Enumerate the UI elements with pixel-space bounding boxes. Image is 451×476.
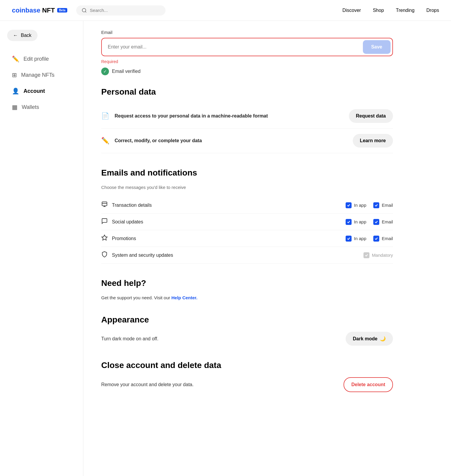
search-bar[interactable] xyxy=(76,5,166,15)
personal-data-section: Personal data 📄 Request access to your p… xyxy=(101,87,393,153)
sidebar: ← Back ✏️ Edit profile ⊞ Manage NFTs 👤 A… xyxy=(0,21,83,476)
edit-profile-icon: ✏️ xyxy=(12,55,19,62)
back-button[interactable]: ← Back xyxy=(7,30,38,41)
request-data-button[interactable]: Request data xyxy=(349,109,393,123)
learn-more-left: ✏️ Correct, modify, or complete your dat… xyxy=(101,137,202,145)
manage-nfts-icon: ⊞ xyxy=(12,71,17,79)
learn-more-button[interactable]: Learn more xyxy=(353,134,393,148)
social-label: Social updates xyxy=(112,219,143,225)
delete-desc: Remove your account and delete your data… xyxy=(101,382,193,387)
request-data-row: 📄 Request access to your personal data i… xyxy=(101,104,393,129)
promotions-inapp-checkbox[interactable] xyxy=(346,236,352,242)
svg-marker-6 xyxy=(102,235,107,240)
social-email-checkbox[interactable] xyxy=(373,219,379,225)
notifications-subtitle: Choose the messages you'd like to receiv… xyxy=(101,185,393,190)
delete-section: Close account and delete data Remove you… xyxy=(101,361,393,392)
logo-coinbase: coinbase xyxy=(12,7,40,14)
back-arrow-icon: ← xyxy=(13,33,18,38)
search-input[interactable] xyxy=(90,8,160,13)
required-text: Required xyxy=(101,59,393,64)
dark-mode-label: Dark mode xyxy=(353,336,377,342)
navbar: coinbase NFT Beta Discover Shop Trending… xyxy=(0,0,451,21)
social-icon xyxy=(101,218,108,226)
beta-badge: Beta xyxy=(57,8,67,12)
promotions-inapp-group[interactable]: In app xyxy=(346,236,366,242)
transaction-inapp-checkbox[interactable] xyxy=(346,202,352,208)
inapp-label: In app xyxy=(354,236,366,241)
sidebar-item-label: Wallets xyxy=(22,104,39,110)
request-data-left: 📄 Request access to your personal data i… xyxy=(101,112,268,120)
dark-mode-button[interactable]: Dark mode 🌙 xyxy=(346,332,393,346)
help-section: Need help? Get the support you need. Vis… xyxy=(101,278,393,300)
nav-shop[interactable]: Shop xyxy=(373,8,384,13)
promotions-email-group[interactable]: Email xyxy=(373,236,393,242)
notif-row-social: Social updates In app Email xyxy=(101,214,393,230)
promotions-email-checkbox[interactable] xyxy=(373,236,379,242)
email-label: Email xyxy=(382,236,393,241)
sidebar-item-wallets[interactable]: ▦ Wallets xyxy=(7,100,76,114)
notif-row-transaction: Transaction details In app Email xyxy=(101,197,393,214)
promotions-icon xyxy=(101,234,108,242)
edit-data-icon: ✏️ xyxy=(101,137,109,145)
sidebar-nav: ✏️ Edit profile ⊞ Manage NFTs 👤 Account … xyxy=(7,52,76,114)
mandatory-label: Mandatory xyxy=(372,253,393,258)
transaction-label: Transaction details xyxy=(112,203,152,208)
notifications-section: Emails and notifications Choose the mess… xyxy=(101,168,393,264)
transaction-email-group[interactable]: Email xyxy=(373,202,393,208)
sidebar-item-edit-profile[interactable]: ✏️ Edit profile xyxy=(7,52,76,66)
nav-drops[interactable]: Drops xyxy=(426,8,439,13)
security-label: System and security updates xyxy=(112,253,173,258)
transaction-icon xyxy=(101,201,108,209)
svg-point-0 xyxy=(82,8,86,12)
promotions-label: Promotions xyxy=(112,236,136,241)
nav-trending[interactable]: Trending xyxy=(396,8,415,13)
security-mandatory-checkbox xyxy=(363,252,369,258)
document-icon: 📄 xyxy=(101,112,109,120)
sidebar-item-account[interactable]: 👤 Account xyxy=(7,84,76,98)
security-icon xyxy=(101,251,108,259)
delete-account-button[interactable]: Delete account xyxy=(344,377,393,392)
personal-data-title: Personal data xyxy=(101,87,393,97)
email-input[interactable] xyxy=(102,39,363,55)
logo: coinbase NFT Beta xyxy=(12,7,67,14)
notif-row-security: System and security updates Mandatory xyxy=(101,247,393,264)
verified-text: Email verified xyxy=(112,69,141,74)
request-data-text: Request access to your personal data in … xyxy=(115,113,268,119)
transaction-inapp-group[interactable]: In app xyxy=(346,202,366,208)
svg-line-1 xyxy=(85,11,86,12)
learn-more-row: ✏️ Correct, modify, or complete your dat… xyxy=(101,129,393,153)
appearance-section: Appearance Turn dark mode on and off. Da… xyxy=(101,315,393,346)
transaction-email-checkbox[interactable] xyxy=(373,202,379,208)
security-mandatory-group: Mandatory xyxy=(363,252,393,258)
appearance-desc: Turn dark mode on and off. xyxy=(101,336,158,342)
email-input-row: Save xyxy=(101,38,393,56)
email-section: Email Save Required ✓ Email verified xyxy=(101,30,393,75)
back-label: Back xyxy=(21,33,32,38)
help-center-link[interactable]: Help Center. xyxy=(171,295,198,300)
nav-discover[interactable]: Discover xyxy=(342,8,361,13)
help-text: Get the support you need. Visit our Help… xyxy=(101,295,393,300)
notifications-title: Emails and notifications xyxy=(101,168,393,178)
moon-icon: 🌙 xyxy=(380,336,386,342)
help-title: Need help? xyxy=(101,278,393,288)
account-icon: 👤 xyxy=(12,87,19,95)
save-button[interactable]: Save xyxy=(363,40,391,54)
appearance-row: Turn dark mode on and off. Dark mode 🌙 xyxy=(101,332,393,346)
social-inapp-group[interactable]: In app xyxy=(346,219,366,225)
search-icon xyxy=(82,8,87,13)
social-email-group[interactable]: Email xyxy=(373,219,393,225)
inapp-label: In app xyxy=(354,203,366,208)
modify-data-text: Correct, modify, or complete your data xyxy=(115,138,202,143)
wallets-icon: ▦ xyxy=(12,104,18,111)
appearance-title: Appearance xyxy=(101,315,393,325)
email-label: Email xyxy=(101,30,393,35)
layout: ← Back ✏️ Edit profile ⊞ Manage NFTs 👤 A… xyxy=(0,21,451,476)
logo-nft: NFT xyxy=(42,7,55,14)
social-inapp-checkbox[interactable] xyxy=(346,219,352,225)
sidebar-item-label: Edit profile xyxy=(24,56,49,62)
delete-title: Close account and delete data xyxy=(101,361,393,370)
sidebar-item-manage-nfts[interactable]: ⊞ Manage NFTs xyxy=(7,68,76,82)
email-label: Email xyxy=(382,203,393,208)
help-text-before: Get the support you need. Visit our xyxy=(101,295,171,300)
main-content: Email Save Required ✓ Email verified Per… xyxy=(83,21,411,476)
